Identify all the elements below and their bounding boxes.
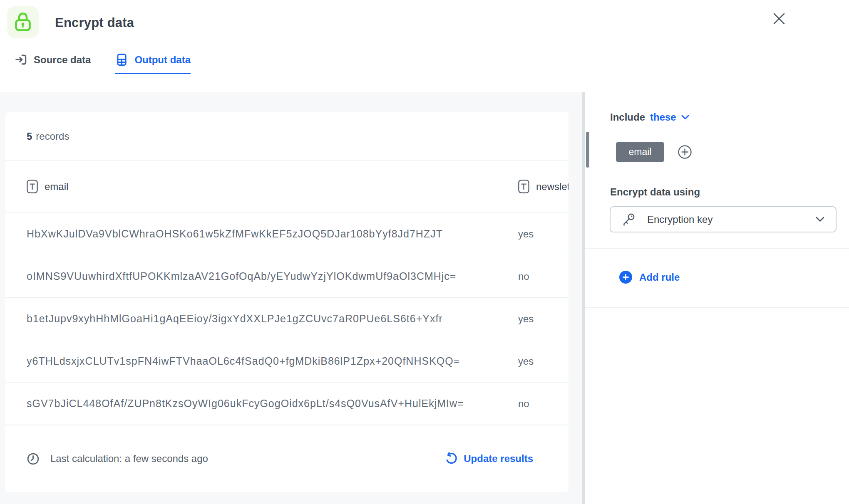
tab-source-data[interactable]: Source data: [14, 53, 91, 74]
include-mode-value: these: [650, 111, 676, 123]
table-row: y6THLdsxjxCLUTv1spFN4iwFTVhaaOL6c4fSadQ0…: [5, 340, 568, 383]
text-type-icon: [27, 180, 38, 193]
import-arrow-icon: [14, 53, 28, 67]
tab-output-data[interactable]: Output data: [115, 53, 191, 74]
scrollbar-thumb[interactable]: [586, 132, 589, 168]
table-cell-newsletter: yes: [518, 228, 568, 240]
include-row: Include these: [610, 111, 690, 123]
encryption-method-select[interactable]: Encryption key: [610, 206, 837, 232]
data-table-file-icon: [115, 53, 129, 67]
modal-content: 5 records email: [0, 92, 849, 504]
modal-header: Encrypt data Source data: [0, 0, 849, 92]
update-results-button[interactable]: Update results: [444, 452, 533, 465]
records-summary: 5 records: [5, 112, 568, 161]
table-footer: Last calculation: a few seconds ago Upda…: [5, 425, 568, 492]
table-cell-email: b1etJupv9xyhHhMlGoaHi1gAqEEioy/3igxYdXXL…: [5, 313, 518, 325]
table-cell-email: y6THLdsxjxCLUTv1spFN4iwFTVhaaOL6c4fSadQ0…: [5, 355, 518, 367]
column-label: newsletter: [536, 181, 568, 193]
panel-divider: [582, 92, 585, 504]
table-cell-newsletter: no: [518, 398, 568, 410]
section-divider: [585, 248, 849, 249]
chevron-down-icon: [681, 114, 690, 120]
tab-label: Source data: [34, 54, 91, 66]
text-type-icon: [518, 180, 529, 193]
column-header-email: email: [5, 180, 518, 193]
encrypt-step-icon: [7, 6, 39, 38]
update-results-label: Update results: [464, 453, 533, 464]
add-field-button[interactable]: [678, 145, 692, 159]
table-row: sGV7bJiCL448OfAf/ZUPn8tKzsOyWIg06ukFcyGo…: [5, 383, 568, 425]
records-count: 5: [27, 131, 32, 142]
clock-icon: [27, 452, 40, 465]
add-rule-button[interactable]: Add rule: [619, 271, 680, 284]
last-calculation: Last calculation: a few seconds ago: [27, 452, 208, 465]
table-cell-email: sGV7bJiCL448OfAf/ZUPn8tKzsOyWIg06ukFcyGo…: [5, 398, 518, 410]
encryption-method-value: Encryption key: [647, 214, 712, 225]
include-mode-dropdown[interactable]: these: [650, 111, 690, 123]
last-calculation-text: Last calculation: a few seconds ago: [50, 453, 208, 464]
column-header-newsletter: newsletter: [518, 180, 568, 193]
table-row: b1etJupv9xyhHhMlGoaHi1gAqEEioy/3igxYdXXL…: [5, 298, 568, 340]
table-cell-newsletter: yes: [518, 313, 568, 325]
plus-circle-icon: [678, 145, 692, 159]
results-table-card: 5 records email: [5, 112, 568, 492]
table-cell-newsletter: no: [518, 271, 568, 282]
table-cell-email: oIMNS9VUuwhirdXftfUPOKKmlzaAV21GofOqAb/y…: [5, 270, 518, 282]
close-button[interactable]: [770, 9, 789, 28]
table-cell-newsletter: yes: [518, 356, 568, 367]
field-chip-email[interactable]: email: [616, 142, 664, 162]
lock-icon: [13, 11, 33, 33]
table-row: oIMNS9VUuwhirdXftfUPOKKmlzaAV21GofOqAb/y…: [5, 255, 568, 298]
table-header-row: email newsletter: [5, 161, 568, 213]
include-label: Include: [610, 111, 645, 123]
section-divider: [585, 307, 849, 308]
chevron-down-icon: [815, 216, 825, 222]
plus-icon: [619, 271, 632, 284]
tab-label: Output data: [134, 54, 191, 66]
encrypt-using-label: Encrypt data using: [610, 186, 700, 198]
refresh-icon: [444, 452, 457, 465]
key-icon: [621, 212, 636, 227]
table-row: HbXwKJulDVa9VblCWhraOHSKo61w5kZfMFwKkEF5…: [5, 213, 568, 255]
modal-title: Encrypt data: [55, 15, 134, 30]
table-cell-email: HbXwKJulDVa9VblCWhraOHSKo61w5kZfMFwKkEF5…: [5, 228, 518, 240]
records-label: records: [36, 131, 69, 142]
add-rule-label: Add rule: [639, 272, 680, 283]
column-label: email: [45, 181, 68, 193]
close-icon: [773, 12, 785, 25]
settings-panel: Include these email Encrypt data using: [585, 92, 849, 504]
tab-bar: Source data Output data: [14, 53, 191, 74]
